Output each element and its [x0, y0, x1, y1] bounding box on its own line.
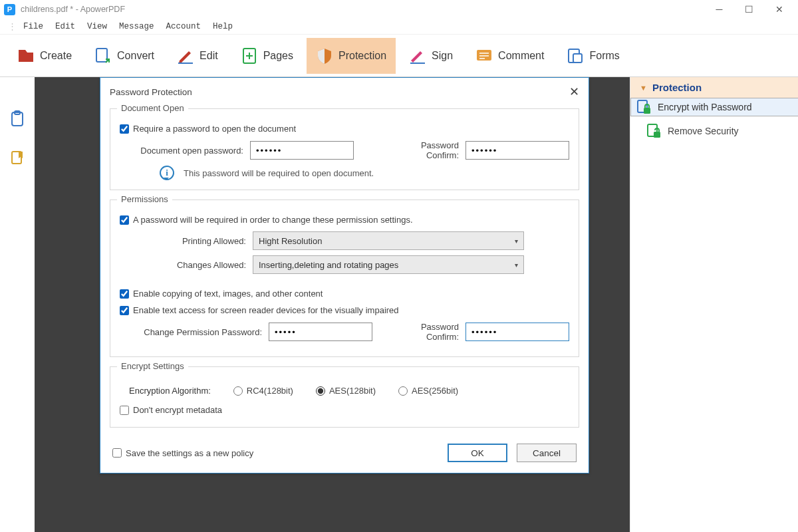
- password-protection-dialog: Password Protection ✕ Document Open Requ…: [100, 77, 589, 473]
- save-policy-label: Save the settings as a new policy: [126, 448, 253, 458]
- svg-rect-13: [654, 132, 660, 138]
- dialog-close-button[interactable]: ✕: [569, 84, 579, 99]
- document-area: Password Protection ✕ Document Open Requ…: [35, 77, 630, 532]
- algo-aes256-input[interactable]: [398, 386, 408, 396]
- pages-icon: [241, 47, 258, 65]
- menu-file[interactable]: File: [23, 22, 43, 31]
- toolbar-convert[interactable]: Convert: [85, 38, 164, 74]
- info-icon: i: [160, 166, 174, 180]
- require-permission-password-checkbox[interactable]: A password will be required in order to …: [120, 215, 569, 225]
- remove-security-item[interactable]: Remove Security: [630, 116, 798, 146]
- permission-password-confirm-label: Password Confirm:: [388, 322, 459, 342]
- enable-copy-checkbox[interactable]: Enable copying of text, images, and othe…: [120, 289, 569, 299]
- caret-down-icon: ▼: [640, 84, 647, 92]
- svg-rect-11: [644, 108, 650, 114]
- edit-icon: [177, 47, 194, 65]
- titlebar: P childrens.pdf * - ApowerPDF ─ ☐ ✕: [0, 0, 798, 19]
- right-panel-header[interactable]: ▼ Protection: [630, 77, 798, 98]
- require-open-password-input[interactable]: [120, 124, 129, 134]
- create-icon: [17, 47, 35, 65]
- right-panel-title: Protection: [652, 82, 702, 93]
- left-sidebar: [0, 77, 35, 532]
- changes-allowed-label: Changes Allowed:: [166, 260, 246, 270]
- open-password-input[interactable]: [250, 141, 354, 160]
- document-open-legend: Document Open: [117, 103, 188, 113]
- comment-icon: [475, 47, 493, 65]
- toolbar: Create Convert Edit Pages Protection Sig…: [0, 35, 798, 77]
- cancel-button[interactable]: Cancel: [517, 444, 577, 462]
- save-policy-checkbox[interactable]: Save the settings as a new policy: [112, 448, 253, 458]
- require-open-password-checkbox[interactable]: Require a password to open the document: [120, 124, 569, 134]
- app-icon: P: [4, 4, 15, 15]
- toolbar-edit-label: Edit: [200, 50, 218, 62]
- maximize-button[interactable]: ☐: [734, 0, 764, 19]
- chevron-down-icon: ▾: [515, 261, 518, 269]
- printing-allowed-value: Hight Resolution: [259, 236, 322, 246]
- algo-aes256-radio[interactable]: AES(256bit): [398, 386, 458, 396]
- menubar: ⋮ File Edit View Message Account Help: [0, 19, 798, 35]
- printing-allowed-select[interactable]: Hight Resolution ▾: [253, 231, 524, 250]
- toolbar-comment-label: Comment: [498, 50, 544, 62]
- close-button[interactable]: ✕: [764, 0, 794, 19]
- svg-rect-6: [573, 54, 582, 63]
- menu-help[interactable]: Help: [213, 22, 233, 31]
- printing-allowed-label: Printing Allowed:: [166, 236, 246, 246]
- toolbar-forms-label: Forms: [589, 50, 619, 62]
- toolbar-pages[interactable]: Pages: [231, 38, 303, 74]
- encryption-algorithm-label: Encryption Algorithm:: [129, 386, 211, 396]
- encrypt-with-password-item[interactable]: Encrypt with Password: [630, 98, 798, 116]
- clipboard-icon[interactable]: [10, 110, 25, 128]
- toolbar-create-label: Create: [40, 50, 72, 62]
- toolbar-create[interactable]: Create: [8, 38, 81, 74]
- protection-icon: [316, 47, 333, 65]
- save-policy-input[interactable]: [112, 448, 122, 458]
- enable-copy-label: Enable copying of text, images, and othe…: [133, 289, 323, 299]
- document-open-group: Document Open Require a password to open…: [110, 108, 579, 190]
- algo-rc4-radio[interactable]: RC4(128bit): [233, 386, 293, 396]
- dialog-title: Password Protection: [110, 87, 192, 97]
- toolbar-forms[interactable]: Forms: [557, 38, 628, 74]
- sign-icon: [409, 47, 426, 65]
- toolbar-convert-label: Convert: [117, 50, 154, 62]
- toolbar-comment[interactable]: Comment: [466, 38, 553, 74]
- menu-message[interactable]: Message: [119, 22, 154, 31]
- right-panel: ▼ Protection Encrypt with Password Remov…: [630, 77, 798, 532]
- forms-icon: [567, 47, 584, 65]
- require-permission-password-input[interactable]: [120, 215, 129, 225]
- minimize-button[interactable]: ─: [704, 0, 734, 19]
- window-controls: ─ ☐ ✕: [704, 0, 794, 19]
- changes-allowed-select[interactable]: Inserting,deleting and rotating pages ▾: [253, 255, 524, 274]
- enable-copy-input[interactable]: [120, 289, 129, 299]
- require-permission-password-label: A password will be required in order to …: [133, 215, 413, 225]
- algo-aes128-radio[interactable]: AES(128bit): [316, 386, 376, 396]
- ok-button[interactable]: OK: [448, 444, 507, 462]
- window-title: childrens.pdf * - ApowerPDF: [21, 5, 125, 14]
- remove-security-label: Remove Security: [668, 126, 739, 136]
- enable-reader-label: Enable text access for screen reader dev…: [133, 305, 399, 315]
- algo-rc4-input[interactable]: [233, 386, 243, 396]
- permission-password-input[interactable]: [269, 323, 372, 341]
- algo-aes128-input[interactable]: [316, 386, 325, 396]
- menu-view[interactable]: View: [87, 22, 107, 31]
- dont-encrypt-metadata-input[interactable]: [120, 406, 129, 415]
- dont-encrypt-metadata-label: Don't encrypt metadata: [133, 405, 222, 415]
- algo-aes128-label: AES(128bit): [329, 386, 376, 396]
- open-password-confirm-input[interactable]: [466, 141, 569, 160]
- enable-reader-checkbox[interactable]: Enable text access for screen reader dev…: [120, 305, 569, 315]
- chevron-down-icon: ▾: [515, 237, 518, 245]
- bookmark-icon[interactable]: [10, 150, 25, 168]
- svg-rect-1: [178, 63, 193, 64]
- dont-encrypt-metadata-checkbox[interactable]: Don't encrypt metadata: [120, 405, 569, 415]
- enable-reader-input[interactable]: [120, 306, 129, 315]
- menu-account[interactable]: Account: [166, 22, 201, 31]
- toolbar-protection[interactable]: Protection: [307, 38, 396, 74]
- remove-security-icon: [646, 123, 661, 139]
- toolbar-edit[interactable]: Edit: [168, 38, 227, 74]
- algo-aes256-label: AES(256bit): [412, 386, 458, 396]
- permission-password-confirm-input[interactable]: [466, 323, 569, 341]
- toolbar-sign[interactable]: Sign: [400, 38, 462, 74]
- permissions-legend: Permissions: [117, 194, 172, 204]
- open-password-info-text: This password will be required to open d…: [184, 168, 374, 178]
- menu-edit[interactable]: Edit: [55, 22, 75, 31]
- encrypt-settings-legend: Encrypt Settings: [117, 361, 188, 371]
